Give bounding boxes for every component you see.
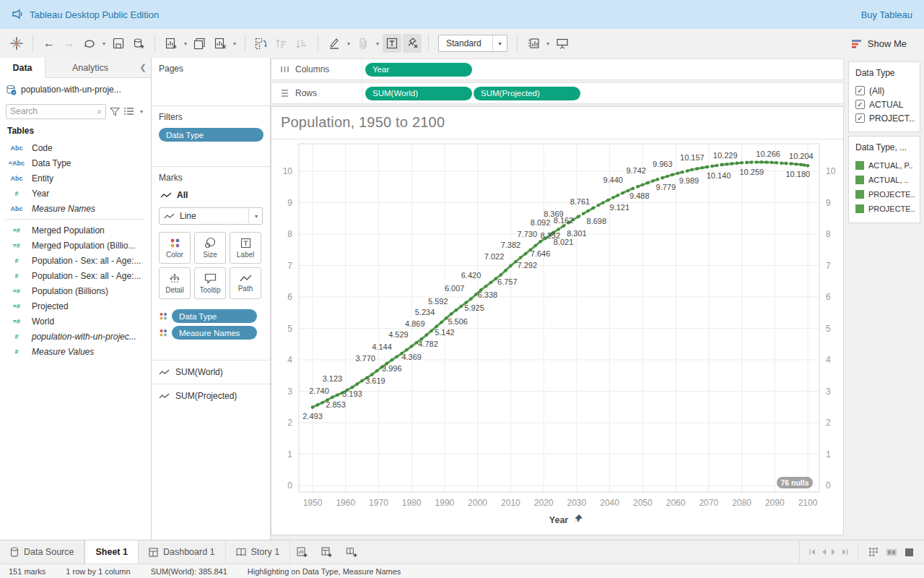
field-item[interactable]: #Year bbox=[0, 186, 151, 201]
filter-pill[interactable]: Data Type bbox=[159, 128, 263, 142]
clear-sheet-button[interactable] bbox=[211, 34, 230, 53]
data-point[interactable] bbox=[455, 309, 458, 312]
data-point[interactable] bbox=[750, 160, 754, 164]
data-point[interactable] bbox=[587, 210, 590, 213]
mark-button-label[interactable]: Label bbox=[230, 232, 261, 264]
data-point[interactable] bbox=[676, 172, 679, 176]
undo-dropdown-caret[interactable]: ▾ bbox=[100, 40, 108, 47]
show-me-button[interactable]: Show Me bbox=[851, 38, 917, 49]
marks-all-row[interactable]: All bbox=[160, 190, 263, 200]
field-item[interactable]: AbcMeasure Names bbox=[0, 201, 151, 216]
data-point[interactable] bbox=[430, 329, 433, 333]
data-point[interactable] bbox=[509, 264, 513, 268]
data-point[interactable] bbox=[360, 379, 364, 383]
mark-button-color[interactable]: Color bbox=[159, 232, 191, 264]
new-worksheet-caret[interactable]: ▾ bbox=[182, 40, 189, 47]
highlight-caret[interactable]: ▾ bbox=[345, 40, 352, 47]
datasource-item[interactable]: population-with-un-proje... bbox=[0, 78, 151, 101]
data-point[interactable] bbox=[311, 405, 315, 409]
mark-button-path[interactable]: Path bbox=[230, 267, 261, 299]
new-dashboard-tab-button[interactable] bbox=[315, 540, 339, 564]
filter-value-row[interactable]: ✓PROJECT... bbox=[855, 111, 915, 125]
data-point[interactable] bbox=[524, 252, 528, 256]
data-point[interactable] bbox=[686, 169, 689, 173]
tab-analytics[interactable]: Analytics bbox=[45, 58, 135, 78]
data-point[interactable] bbox=[671, 173, 674, 177]
data-point[interactable] bbox=[656, 178, 660, 181]
attach-icon[interactable] bbox=[354, 34, 372, 53]
data-point[interactable] bbox=[731, 162, 734, 165]
data-point[interactable] bbox=[646, 181, 650, 185]
data-point[interactable] bbox=[705, 165, 709, 169]
marks-section-world[interactable]: SUM(World) bbox=[152, 360, 270, 384]
data-point[interactable] bbox=[661, 176, 665, 180]
data-point[interactable] bbox=[681, 171, 684, 174]
data-point[interactable] bbox=[745, 161, 749, 165]
mark-type-select[interactable]: Line ▾ bbox=[159, 207, 263, 225]
pin-icon[interactable] bbox=[573, 514, 583, 524]
data-point[interactable] bbox=[636, 185, 640, 189]
show-hide-cards-caret[interactable]: ▾ bbox=[544, 40, 552, 47]
data-point[interactable] bbox=[785, 162, 788, 165]
first-sheet-icon[interactable] bbox=[808, 548, 816, 556]
fix-axes-button[interactable] bbox=[403, 34, 422, 53]
data-point[interactable] bbox=[351, 386, 354, 389]
shelf-pill-sum-world-[interactable]: SUM(World) bbox=[365, 87, 472, 100]
filter-checkbox[interactable]: ✓ bbox=[855, 113, 865, 123]
filter-fields-icon[interactable] bbox=[110, 107, 120, 116]
data-point[interactable] bbox=[596, 204, 600, 207]
field-item[interactable]: #population-with-un-projec... bbox=[0, 329, 151, 344]
data-point[interactable] bbox=[533, 244, 537, 248]
data-point[interactable] bbox=[631, 187, 635, 191]
data-point[interactable] bbox=[715, 164, 719, 168]
data-point[interactable] bbox=[469, 297, 473, 301]
rows-shelf[interactable]: Rows SUM(World)SUM(Projected) bbox=[271, 82, 844, 104]
data-point[interactable] bbox=[800, 163, 803, 167]
field-item[interactable]: AbcEntity bbox=[0, 171, 151, 186]
data-point[interactable] bbox=[539, 240, 542, 243]
data-point[interactable] bbox=[806, 164, 810, 168]
back-button[interactable]: ← bbox=[40, 34, 58, 53]
tab-story-1[interactable]: Story 1 bbox=[226, 540, 291, 564]
field-item[interactable]: =#World bbox=[0, 314, 151, 329]
data-point[interactable] bbox=[803, 163, 806, 167]
data-point[interactable] bbox=[499, 273, 502, 277]
mark-button-detail[interactable]: Detail bbox=[159, 267, 191, 299]
data-point[interactable] bbox=[725, 163, 729, 166]
undo-redo-button[interactable] bbox=[80, 34, 99, 53]
next-sheet-icon[interactable] bbox=[831, 548, 837, 556]
data-point[interactable] bbox=[577, 215, 580, 219]
marks-pill[interactable]: Data Type bbox=[172, 309, 257, 323]
data-point[interactable] bbox=[740, 161, 744, 165]
data-point[interactable] bbox=[519, 256, 523, 259]
save-button[interactable] bbox=[109, 34, 128, 53]
fit-mode-select[interactable]: Standard ▾ bbox=[438, 35, 507, 52]
field-item[interactable]: #Population - Sex: all - Age:... bbox=[0, 253, 151, 268]
data-point[interactable] bbox=[775, 161, 778, 165]
data-point[interactable] bbox=[641, 183, 645, 186]
data-point[interactable] bbox=[395, 355, 398, 358]
filter-checkbox[interactable]: ✓ bbox=[855, 86, 865, 95]
field-item[interactable]: =AbcData Type bbox=[0, 155, 151, 171]
data-point[interactable] bbox=[795, 163, 798, 166]
data-point[interactable] bbox=[405, 348, 409, 352]
new-worksheet-tab-button[interactable] bbox=[290, 540, 315, 564]
data-point[interactable] bbox=[606, 199, 610, 202]
filters-card[interactable]: Filters Data Type bbox=[152, 106, 270, 167]
tab-data[interactable]: Data bbox=[0, 58, 45, 78]
legend-item[interactable]: ACTUAL, .. bbox=[855, 173, 915, 187]
search-input-box[interactable]: ⌕ bbox=[6, 104, 106, 119]
data-point[interactable] bbox=[562, 224, 565, 228]
data-point[interactable] bbox=[622, 191, 625, 195]
data-point[interactable] bbox=[331, 396, 334, 400]
sort-ascending-button[interactable] bbox=[272, 34, 291, 53]
field-item[interactable]: #Population - Sex: all - Age:... bbox=[0, 268, 151, 283]
show-mark-labels-button[interactable] bbox=[383, 34, 401, 53]
tab-data-source[interactable]: Data Source bbox=[0, 540, 84, 564]
data-point[interactable] bbox=[582, 212, 585, 215]
show-hide-cards-button[interactable] bbox=[524, 34, 543, 53]
sort-descending-button[interactable] bbox=[292, 34, 311, 53]
filter-value-row[interactable]: ✓ACTUAL bbox=[855, 98, 915, 111]
filter-value-row[interactable]: ✓(All) bbox=[855, 84, 915, 98]
data-point[interactable] bbox=[460, 305, 463, 309]
